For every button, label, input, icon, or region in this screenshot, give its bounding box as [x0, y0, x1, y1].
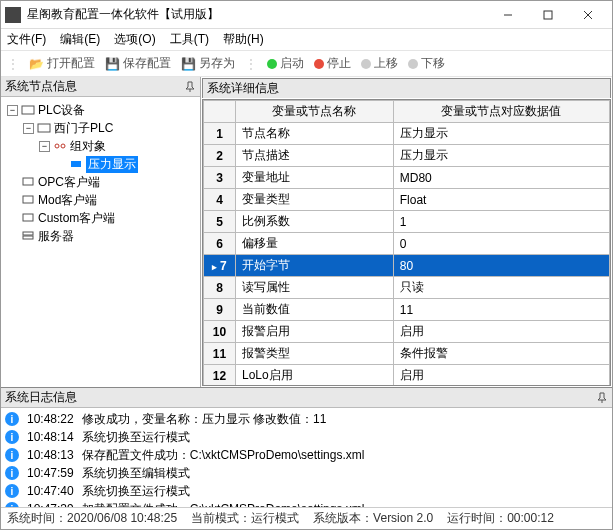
row-num: 12: [204, 365, 236, 387]
down-button[interactable]: 下移: [408, 55, 445, 72]
tree-panel-header: 系统节点信息: [1, 77, 200, 97]
tree-node-root[interactable]: −PLC设备: [3, 101, 198, 119]
cell-value[interactable]: 压力显示: [393, 123, 609, 145]
table-row[interactable]: 2节点描述压力显示: [204, 145, 610, 167]
cell-value[interactable]: 1: [393, 211, 609, 233]
cell-value[interactable]: 启用: [393, 321, 609, 343]
close-button[interactable]: [568, 2, 608, 28]
table-row[interactable]: 12LoLo启用启用: [204, 365, 610, 387]
tree-node-group[interactable]: −组对象: [3, 137, 198, 155]
menu-edit[interactable]: 编辑(E): [60, 31, 100, 48]
tree-node-pressure[interactable]: 压力显示: [3, 155, 198, 173]
svg-rect-4: [22, 106, 34, 114]
cell-name: 比例系数: [236, 211, 394, 233]
table-row[interactable]: 1节点名称压力显示: [204, 123, 610, 145]
info-icon: i: [5, 448, 19, 462]
log-message: 系统切换至运行模式: [82, 483, 190, 500]
table-row[interactable]: 10报警启用启用: [204, 321, 610, 343]
open-button[interactable]: 📂打开配置: [29, 55, 95, 72]
svg-rect-13: [23, 236, 33, 239]
cell-value[interactable]: 11: [393, 299, 609, 321]
detail-grid[interactable]: 变量或节点名称 变量或节点对应数据值 1节点名称压力显示2节点描述压力显示3变量…: [202, 99, 611, 386]
tree-node-mod[interactable]: Mod客户端: [3, 191, 198, 209]
svg-rect-9: [23, 178, 33, 185]
log-time: 10:48:14: [27, 430, 74, 444]
tree-node-opc[interactable]: OPC客户端: [3, 173, 198, 191]
svg-rect-5: [38, 124, 50, 132]
info-icon: i: [5, 430, 19, 444]
table-row[interactable]: 8读写属性只读: [204, 277, 610, 299]
row-num: 1: [204, 123, 236, 145]
cell-value[interactable]: 启用: [393, 365, 609, 387]
tree-node-custom[interactable]: Custom客户端: [3, 209, 198, 227]
table-row[interactable]: 11报警类型条件报警: [204, 343, 610, 365]
saveas-icon: 💾: [181, 57, 196, 71]
svg-rect-11: [23, 214, 33, 221]
log-message: 保存配置文件成功：C:\xktCMSProDemo\settings.xml: [82, 447, 365, 464]
menu-file[interactable]: 文件(F): [7, 31, 46, 48]
tree-node-server[interactable]: 服务器: [3, 227, 198, 245]
pin-icon[interactable]: [184, 81, 196, 93]
tag-icon: [69, 158, 83, 170]
folder-icon: 📂: [29, 57, 44, 71]
cell-value[interactable]: 80: [393, 255, 609, 277]
svg-rect-12: [23, 232, 33, 235]
log-row[interactable]: i10:48:22修改成功，变量名称：压力显示 修改数值：11: [5, 410, 608, 428]
save-button[interactable]: 💾保存配置: [105, 55, 171, 72]
table-row[interactable]: 9当前数值11: [204, 299, 610, 321]
log-time: 10:48:13: [27, 448, 74, 462]
menu-tools[interactable]: 工具(T): [170, 31, 209, 48]
client-icon: [21, 194, 35, 206]
table-row[interactable]: 7开始字节80: [204, 255, 610, 277]
tree-node-plc[interactable]: −西门子PLC: [3, 119, 198, 137]
log-row[interactable]: i10:47:59系统切换至编辑模式: [5, 464, 608, 482]
client-icon: [21, 176, 35, 188]
saveas-button[interactable]: 💾另存为: [181, 55, 235, 72]
tree[interactable]: −PLC设备 −西门子PLC −组对象 压力显示 OPC客户端 Mod客户端 C…: [1, 97, 200, 387]
log-time: 10:48:22: [27, 412, 74, 426]
stop-button[interactable]: 停止: [314, 55, 351, 72]
client-icon: [21, 212, 35, 224]
row-num: 8: [204, 277, 236, 299]
log-row[interactable]: i10:48:13保存配置文件成功：C:\xktCMSProDemo\setti…: [5, 446, 608, 464]
table-row[interactable]: 4变量类型Float: [204, 189, 610, 211]
titlebar: 星阁教育配置一体化软件【试用版】: [1, 1, 612, 29]
cell-name: LoLo启用: [236, 365, 394, 387]
cell-name: 节点名称: [236, 123, 394, 145]
cell-value[interactable]: 压力显示: [393, 145, 609, 167]
up-button[interactable]: 上移: [361, 55, 398, 72]
menu-help[interactable]: 帮助(H): [223, 31, 264, 48]
log-row[interactable]: i10:48:14系统切换至运行模式: [5, 428, 608, 446]
row-num: 11: [204, 343, 236, 365]
cell-name: 报警类型: [236, 343, 394, 365]
minimize-button[interactable]: [488, 2, 528, 28]
cell-value[interactable]: 只读: [393, 277, 609, 299]
log-row[interactable]: i10:47:39加载配置文件成功：C:\xktCMSProDemo\setti…: [5, 500, 608, 507]
cell-name: 偏移量: [236, 233, 394, 255]
start-button[interactable]: 启动: [267, 55, 304, 72]
cell-value[interactable]: Float: [393, 189, 609, 211]
info-icon: i: [5, 484, 19, 498]
save-icon: 💾: [105, 57, 120, 71]
cell-value[interactable]: MD80: [393, 167, 609, 189]
pin-icon[interactable]: [596, 392, 608, 404]
table-row[interactable]: 3变量地址MD80: [204, 167, 610, 189]
cell-value[interactable]: 0: [393, 233, 609, 255]
info-icon: i: [5, 412, 19, 426]
svg-point-7: [61, 144, 65, 148]
app-icon: [5, 7, 21, 23]
log-row[interactable]: i10:47:40系统切换至运行模式: [5, 482, 608, 500]
log-time: 10:47:40: [27, 484, 74, 498]
table-row[interactable]: 6偏移量0: [204, 233, 610, 255]
row-num: 6: [204, 233, 236, 255]
maximize-button[interactable]: [528, 2, 568, 28]
cell-name: 节点描述: [236, 145, 394, 167]
cell-value[interactable]: 条件报警: [393, 343, 609, 365]
table-row[interactable]: 5比例系数1: [204, 211, 610, 233]
down-icon: [408, 59, 418, 69]
server-icon: [21, 230, 35, 242]
col-value: 变量或节点对应数据值: [393, 101, 609, 123]
log-list[interactable]: i10:48:22修改成功，变量名称：压力显示 修改数值：11i10:48:14…: [1, 408, 612, 507]
cell-name: 变量类型: [236, 189, 394, 211]
menu-options[interactable]: 选项(O): [114, 31, 155, 48]
